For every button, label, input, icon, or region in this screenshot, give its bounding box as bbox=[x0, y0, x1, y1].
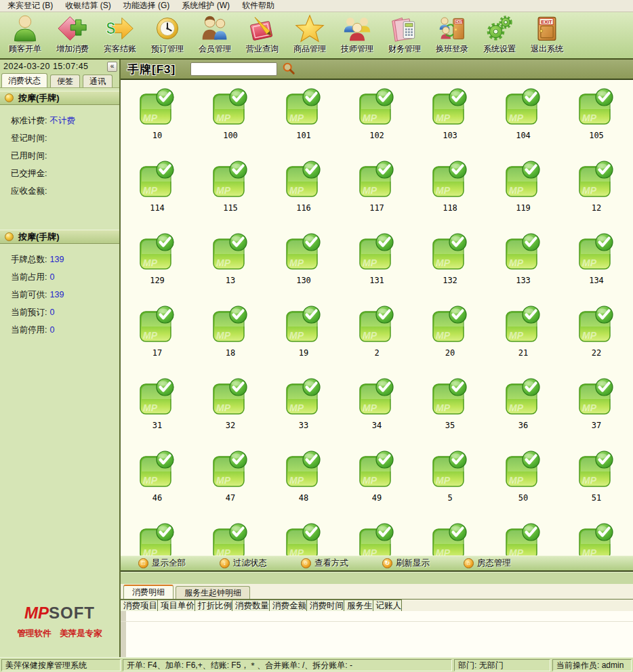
card-available-icon bbox=[211, 161, 249, 198]
hand-card[interactable]: 116 bbox=[267, 152, 340, 225]
hand-card-number: 129 bbox=[150, 276, 165, 285]
hand-card[interactable]: 34 bbox=[340, 370, 413, 442]
card-available-icon bbox=[431, 161, 469, 198]
hand-card[interactable]: 105 bbox=[560, 80, 633, 152]
hand-card[interactable]: 37 bbox=[560, 370, 633, 442]
hand-card[interactable] bbox=[194, 515, 267, 555]
hand-card[interactable]: 49 bbox=[340, 442, 413, 515]
menu-item[interactable]: 来宾登记 (B) bbox=[1, 0, 59, 12]
hand-card[interactable]: 12 bbox=[560, 152, 633, 225]
hand-card[interactable]: 104 bbox=[487, 80, 560, 152]
toolbar-button[interactable]: 增加消费 bbox=[49, 14, 96, 57]
hand-card[interactable]: 133 bbox=[487, 225, 560, 297]
hand-card[interactable]: 31 bbox=[121, 370, 194, 442]
hand-card[interactable]: 131 bbox=[340, 225, 413, 297]
card-available-icon bbox=[504, 233, 542, 271]
hand-card[interactable]: 134 bbox=[560, 225, 633, 297]
count-row-label: 当前占用: bbox=[11, 272, 47, 282]
sidebar-collapse-button[interactable]: « bbox=[107, 62, 117, 72]
detail-tab[interactable]: 服务生起钟明细 bbox=[176, 586, 250, 599]
hand-card[interactable]: 130 bbox=[267, 225, 340, 297]
hand-card[interactable] bbox=[413, 515, 487, 555]
hand-card[interactable]: 21 bbox=[487, 297, 560, 370]
detail-tab[interactable]: 消费明细 bbox=[123, 585, 173, 599]
hand-card[interactable] bbox=[121, 515, 194, 555]
hand-card-number: 20 bbox=[445, 348, 455, 358]
statusbar-shortcuts: 开单: F4、加单: F6,+、结账: F5，＊、合并账单: /、拆分账单: - bbox=[123, 659, 452, 671]
hand-card[interactable]: 17 bbox=[121, 297, 194, 370]
toolbar-button[interactable]: 预订管理 bbox=[144, 14, 191, 57]
hand-card[interactable]: 18 bbox=[194, 297, 267, 370]
hand-card[interactable] bbox=[340, 515, 413, 555]
hand-card[interactable]: 119 bbox=[487, 152, 560, 225]
hand-card[interactable]: 129 bbox=[121, 225, 194, 297]
status-row-label: 登记时间: bbox=[11, 133, 47, 143]
menu-item[interactable]: 系统维护 (W) bbox=[176, 0, 236, 12]
grid-toolbar-button[interactable]: ↻ 刷新显示 bbox=[382, 558, 430, 569]
search-button[interactable] bbox=[281, 62, 296, 77]
grid-toolbar-button[interactable]: ↓ 过滤状态 bbox=[220, 558, 267, 569]
grid-toolbar-button[interactable]: ○ 查看方式 bbox=[301, 558, 348, 569]
hand-card[interactable] bbox=[267, 515, 340, 555]
hand-card[interactable] bbox=[560, 515, 633, 555]
hand-card[interactable]: 10 bbox=[121, 80, 194, 152]
hand-card[interactable] bbox=[487, 515, 560, 555]
hand-card[interactable]: 114 bbox=[121, 152, 194, 225]
grid-toolbar-button[interactable]: ⌂ 房态管理 bbox=[464, 558, 511, 569]
status-row: 标准计费:不计费 bbox=[11, 112, 119, 129]
hand-card[interactable]: 118 bbox=[413, 152, 487, 225]
hand-card[interactable]: 22 bbox=[560, 297, 633, 370]
hand-card[interactable]: 32 bbox=[194, 370, 267, 442]
hand-card[interactable]: 103 bbox=[413, 80, 487, 152]
hand-card[interactable]: 47 bbox=[194, 442, 267, 515]
hand-card[interactable]: 2 bbox=[340, 297, 413, 370]
hand-card[interactable]: 20 bbox=[413, 297, 487, 370]
hand-card[interactable]: 5 bbox=[413, 442, 487, 515]
column-header[interactable]: 服务生 bbox=[344, 600, 373, 612]
toolbar-button[interactable]: 营业查询 bbox=[239, 14, 286, 57]
column-header[interactable]: 记账人 bbox=[373, 600, 403, 612]
hand-card[interactable]: 35 bbox=[413, 370, 487, 442]
hand-card[interactable]: 132 bbox=[413, 225, 487, 297]
menu-item[interactable]: 功能选择 (G) bbox=[117, 0, 176, 12]
hand-card[interactable]: 19 bbox=[267, 297, 340, 370]
column-header[interactable]: 消费金额 bbox=[270, 600, 307, 612]
hand-card[interactable]: 117 bbox=[340, 152, 413, 225]
hand-card[interactable]: 100 bbox=[194, 80, 267, 152]
hand-card-number: 18 bbox=[226, 348, 235, 358]
menu-item[interactable]: 收银结算 (S) bbox=[59, 0, 117, 12]
hand-card[interactable]: 102 bbox=[340, 80, 413, 152]
hand-card[interactable]: 48 bbox=[267, 442, 340, 515]
toolbar-button[interactable]: 会员管理 bbox=[191, 14, 239, 57]
count-row-label: 手牌总数: bbox=[11, 255, 47, 264]
toolbar-button[interactable]: 换班登录 bbox=[428, 14, 476, 57]
menu-item[interactable]: 软件帮助 bbox=[236, 0, 281, 12]
hand-card[interactable]: 13 bbox=[194, 225, 267, 297]
hand-card[interactable]: 33 bbox=[267, 370, 340, 442]
grid-toolbar-button[interactable]: □ 显示全部 bbox=[138, 558, 186, 569]
hand-card[interactable]: 36 bbox=[487, 370, 560, 442]
hand-card[interactable]: 50 bbox=[487, 442, 560, 515]
toolbar-button[interactable]: 技师管理 bbox=[333, 14, 381, 57]
column-header[interactable]: 项目单价 bbox=[158, 600, 195, 612]
toolbar-button[interactable]: 商品管理 bbox=[286, 14, 333, 57]
toolbar-button[interactable]: 退出系统 bbox=[523, 14, 571, 57]
toolbar-icon bbox=[200, 14, 230, 43]
hand-card[interactable]: 46 bbox=[121, 442, 194, 515]
column-header[interactable]: 消费数量 bbox=[232, 600, 270, 612]
hand-card[interactable]: 51 bbox=[560, 442, 633, 515]
card-available-icon bbox=[211, 88, 249, 126]
toolbar-button[interactable]: 财务管理 bbox=[381, 14, 428, 57]
column-header[interactable]: 打折比例 bbox=[195, 600, 232, 612]
toolbar-button[interactable]: 宾客结账 bbox=[96, 14, 144, 57]
column-header[interactable]: 消费项目 bbox=[121, 600, 158, 612]
card-search-input[interactable] bbox=[190, 62, 277, 76]
sidebar-tab[interactable]: 消费状态 bbox=[1, 73, 47, 87]
column-header[interactable]: 消费时间 bbox=[307, 600, 344, 612]
hand-card[interactable]: 115 bbox=[194, 152, 267, 225]
sidebar-tab[interactable]: 便签 bbox=[50, 75, 80, 87]
sidebar-tab[interactable]: 通讯 bbox=[83, 75, 113, 87]
toolbar-button[interactable]: 系统设置 bbox=[476, 14, 523, 57]
toolbar-button[interactable]: 顾客开单 bbox=[1, 14, 49, 57]
hand-card[interactable]: 101 bbox=[267, 80, 340, 152]
